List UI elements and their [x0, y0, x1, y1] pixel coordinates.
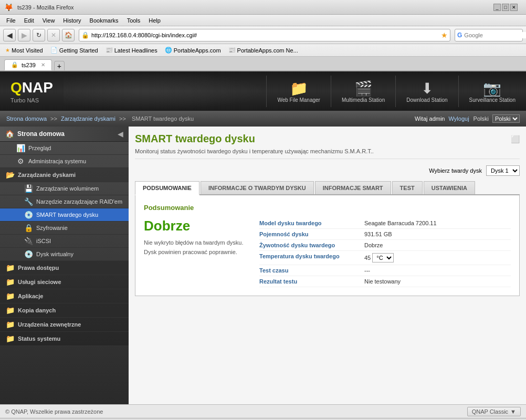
sidebar-collapse-button[interactable]: ◀	[118, 130, 123, 138]
breadcrumb-right: Witaj admin Wyloguj Polski Polski	[415, 114, 520, 123]
sidebar-item-narzedzie-raid[interactable]: 🔧 Narzędzie zarządzające RAID'em	[0, 195, 129, 208]
sidebar-item-raid-label: Narzędzie zarządzające RAID'em	[36, 198, 122, 205]
menu-file[interactable]: File	[2, 16, 20, 25]
sidebar-category-prawa-dostepu-label: Prawa dostępu	[18, 265, 59, 271]
info-value-model: Seagate Barracuda 7200.11	[364, 220, 511, 226]
info-value-temperatura: 45 °C °F	[364, 253, 511, 262]
lang-selector[interactable]: Polski Polski	[474, 114, 520, 123]
temp-unit-select[interactable]: °C °F	[372, 253, 394, 262]
browser-tab[interactable]: 🔒 ts239 ✕	[4, 59, 52, 70]
sidebar-item-dysk-wirtualny[interactable]: 💿 Dysk wirtualny	[0, 248, 129, 261]
bookmark-item-latest-headlines[interactable]: 📰 Latest Headlines	[103, 46, 160, 54]
close-button[interactable]: ✕	[510, 4, 518, 11]
forward-button[interactable]: ▶	[18, 29, 30, 41]
aplikacje-folder-icon: 📁	[5, 292, 15, 300]
menu-view[interactable]: View	[38, 16, 59, 25]
bookmark-star-icon[interactable]: ★	[441, 31, 448, 39]
bookmark-item-most-visited[interactable]: ★ Most Visited	[3, 47, 45, 54]
sidebar-item-iscsi[interactable]: 🔌 iSCSI	[0, 235, 129, 248]
info-row-test-czasu: Test czasu ---	[259, 265, 511, 276]
home-button[interactable]: 🏠	[62, 29, 75, 41]
qnap-logo: QNAP Turbo NAS	[0, 79, 64, 103]
search-bar[interactable]: G 🔍	[455, 29, 523, 41]
logout-link[interactable]: Wyloguj	[449, 116, 469, 122]
reload-button[interactable]: ↻	[33, 29, 45, 41]
sidebar-category-status-systemu[interactable]: 📁 Status systemu	[0, 332, 129, 346]
sidebar-category-prawa-dostepu[interactable]: 📁 Prawa dostępu	[0, 261, 129, 275]
sidebar-item-przeglad[interactable]: 📊 Przegląd	[0, 142, 129, 155]
sidebar-item-dysk-wirtualny-label: Dysk wirtualny	[36, 251, 73, 257]
content-area: SMART twardego dysku ⬜ Monitoruj status …	[129, 127, 526, 404]
info-label-rezultat-testu: Rezultat testu	[259, 278, 364, 285]
info-value-rezultat-testu: Nie testowany	[364, 278, 511, 285]
sidebar-category-aplikacje[interactable]: 📁 Aplikacje	[0, 289, 129, 303]
tab-ustawienia[interactable]: USTAWIENIA	[424, 181, 475, 194]
tab-podsumowanie[interactable]: PODSUMOWANIE	[135, 181, 199, 195]
sidebar: 🏠 Strona domowa ◀ 📊 Przegląd ⚙ Administr…	[0, 127, 129, 404]
info-row-temperatura: Temperatura dysku twardego 45 °C °F	[259, 251, 511, 265]
qnap-logo-text: QNAP	[10, 79, 53, 96]
page-title-row: SMART twardego dysku ⬜	[135, 133, 520, 145]
ssl-icon: 🔒	[81, 32, 89, 39]
address-bar[interactable]: 🔒 ★	[79, 29, 450, 41]
sidebar-item-smart-label: SMART twardego dysku	[36, 212, 98, 218]
browser-menubar: File Edit View History Bookmarks Tools H…	[0, 15, 526, 26]
sidebar-title: Strona domowa	[17, 130, 65, 138]
stop-button[interactable]: ✕	[47, 29, 60, 41]
tab-informacje-dysku[interactable]: INFORMACJE O TWARDYM DYSKU	[201, 181, 314, 194]
tab-informacje-smart[interactable]: INFORMACJE SMART	[315, 181, 391, 194]
sidebar-item-admin-systemu[interactable]: ⚙ Administracja systemu	[0, 155, 129, 168]
multimedia-station-icon: 🎬	[354, 80, 373, 97]
sidebar-category-kopia-danych[interactable]: 📁 Kopia danych	[0, 303, 129, 318]
bookmark-item-getting-started[interactable]: 📄 Getting Started	[48, 46, 100, 54]
breadcrumb-disk-mgmt[interactable]: Zarządzanie dyskami	[61, 116, 115, 122]
sidebar-category-urzadzenia-zewnetrzne[interactable]: 📁 Urządzenia zewnętrzne	[0, 318, 129, 332]
menu-tools[interactable]: Tools	[123, 16, 145, 25]
window-controls[interactable]: _ □ ✕	[493, 4, 518, 11]
bookmark-item-portableapps[interactable]: 🌐 PortableApps.com	[163, 46, 223, 54]
menu-help[interactable]: Help	[144, 16, 165, 25]
sidebar-item-smart[interactable]: 💿 SMART twardego dysku	[0, 208, 129, 222]
nav-download-station[interactable]: ⬇ Download Station	[395, 76, 458, 107]
back-button[interactable]: ◀	[3, 29, 16, 41]
summary-right: Model dysku twardego Seagate Barracuda 7…	[259, 218, 511, 287]
lang-dropdown[interactable]: Polski	[492, 114, 520, 123]
tab-close-icon[interactable]: ✕	[41, 62, 45, 68]
info-row-zywotnosc: Żywotność dysku twardego Dobrze	[259, 240, 511, 251]
expand-icon[interactable]: ⬜	[511, 135, 520, 143]
sidebar-category-uslugi-sieciowe[interactable]: 📁 Usługi sieciowe	[0, 275, 129, 289]
menu-bookmarks[interactable]: Bookmarks	[86, 16, 123, 25]
sidebar-item-zarzadzanie-woluminem[interactable]: 💾 Zarządzanie woluminem	[0, 182, 129, 195]
tab-test[interactable]: TEST	[392, 181, 423, 194]
browser-icon: 🦊	[4, 3, 13, 12]
minimize-button[interactable]: _	[493, 4, 501, 11]
sidebar-item-admin-systemu-label: Administracja systemu	[28, 158, 86, 164]
new-tab-button[interactable]: +	[54, 61, 65, 70]
sidebar-category-urzadzenia-zewnetrzne-label: Urządzenia zewnętrzne	[18, 321, 81, 328]
address-input[interactable]	[91, 32, 441, 38]
info-label-test-czasu: Test czasu	[259, 267, 364, 274]
download-station-icon: ⬇	[421, 80, 433, 97]
menu-edit[interactable]: Edit	[20, 16, 38, 25]
menu-history[interactable]: History	[59, 16, 85, 25]
browser-toolbar: ◀ ▶ ↻ ✕ 🏠 🔒 ★ G 🔍	[0, 26, 526, 44]
breadcrumb-home[interactable]: Strona domowa	[6, 116, 47, 122]
sidebar-item-szyfrowanie[interactable]: 🔒 Szyfrowanie	[0, 222, 129, 235]
sidebar-category-zarzadzanie-dyskami-label: Zarządzanie dyskami	[18, 172, 76, 178]
disk-select[interactable]: Dysk 1 Dysk 2	[486, 165, 520, 176]
sidebar-category-zarzadzanie-dyskami[interactable]: 📂 Zarządzanie dyskami	[0, 168, 129, 182]
search-input[interactable]	[464, 32, 526, 38]
footer-dropdown-icon: ▼	[510, 408, 516, 415]
disk-select-row: Wybierz twardy dysk Dysk 1 Dysk 2	[135, 165, 520, 176]
bookmark-item-portableapps-ne[interactable]: 📰 PortableApps.com Ne...	[226, 46, 300, 54]
prawa-dostepu-folder-icon: 📁	[5, 264, 15, 272]
qnap-classic-button[interactable]: QNAP Classic ▼	[467, 407, 521, 416]
nav-multimedia-station[interactable]: 🎬 Multimedia Station	[331, 76, 395, 107]
qnap-sub: Turbo NAS	[10, 97, 53, 103]
nav-web-file-manager[interactable]: 📁 Web File Manager	[266, 76, 331, 107]
surveillance-station-icon: 📷	[483, 80, 501, 97]
nav-surveillance-station[interactable]: 📷 Surveillance Station	[458, 76, 526, 107]
maximize-button[interactable]: □	[502, 4, 509, 11]
sidebar-category-status-systemu-label: Status systemu	[18, 335, 60, 342]
qnap-header: QNAP Turbo NAS 📁 Web File Manager 🎬 Mult…	[0, 71, 526, 111]
